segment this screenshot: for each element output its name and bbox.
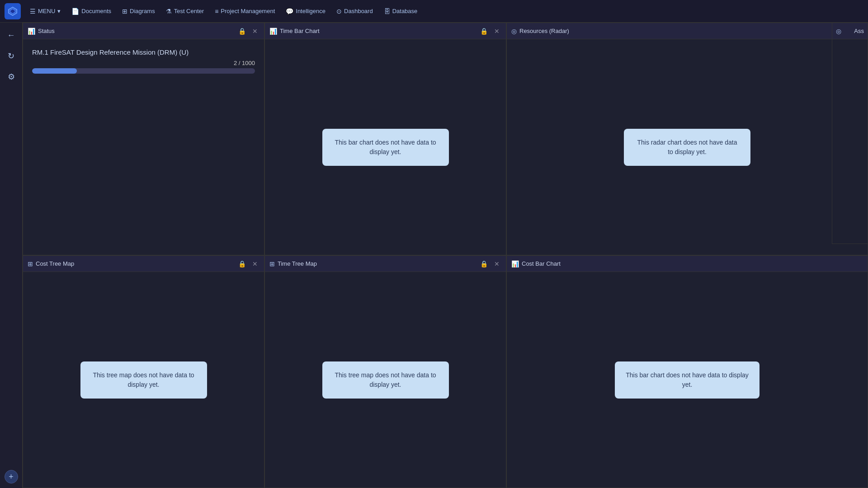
status-close-button[interactable]: ✕ <box>250 27 259 36</box>
nav-test-center[interactable]: ⚗ Test Center <box>161 5 208 17</box>
diagrams-label: Diagrams <box>130 8 155 14</box>
dashboard-label: Dashboard <box>344 8 373 14</box>
time-bar-chart-title: 📊 Time Bar Chart <box>269 28 320 35</box>
database-icon: 🗄 <box>384 8 390 15</box>
project-management-label: Project Management <box>221 8 275 14</box>
time-bar-chart-panel: 📊 Time Bar Chart 🔒 ✕ This bar chart does… <box>264 23 506 255</box>
cost-bar-chart-panel: 📊 Cost Bar Chart This bar chart does not… <box>506 255 868 488</box>
refresh-icon: ↻ <box>8 51 14 61</box>
status-progress-count: 2 / 1000 <box>234 60 255 66</box>
intelligence-label: Intelligence <box>296 8 326 14</box>
time-bar-chart-label: Time Bar Chart <box>280 28 320 34</box>
nav-project-management[interactable]: ≡ Project Management <box>210 5 279 17</box>
project-management-icon: ≡ <box>215 8 218 15</box>
status-panel-header: 📊 Status 🔒 ✕ <box>23 23 264 39</box>
resources-radar-header: ◎ Resources (Radar) 🔒 ✕ <box>507 23 868 39</box>
cost-bar-chart-icon: 📊 <box>511 260 519 267</box>
menu-icon: ☰ <box>30 8 36 15</box>
documents-label: Documents <box>81 8 111 14</box>
status-lock-button[interactable]: 🔒 <box>236 27 248 36</box>
cost-tree-map-body: This tree map does not have data to disp… <box>23 272 264 488</box>
database-label: Database <box>392 8 418 14</box>
time-tree-map-label: Time Tree Map <box>278 260 317 267</box>
time-bar-chart-lock-button[interactable]: 🔒 <box>478 27 490 36</box>
time-bar-chart-close-button[interactable]: ✕ <box>492 27 501 36</box>
status-progress-fill <box>32 68 77 74</box>
cost-tree-map-close-button[interactable]: ✕ <box>250 259 259 268</box>
time-bar-chart-empty-message: This bar chart does not have data to dis… <box>322 129 449 166</box>
cost-tree-map-empty-message: This tree map does not have data to disp… <box>80 361 207 399</box>
status-panel: 📊 Status 🔒 ✕ RM.1 FireSAT Design Referen… <box>23 23 264 255</box>
resources-radar-title: ◎ Resources (Radar) <box>511 28 569 35</box>
nav-diagrams[interactable]: ⊞ Diagrams <box>118 5 160 17</box>
time-tree-map-body: This tree map does not have data to disp… <box>265 272 506 488</box>
ass-panel-partial: ◎ Ass <box>832 23 868 244</box>
cost-tree-map-lock-button[interactable]: 🔒 <box>236 259 248 268</box>
intelligence-icon: 💬 <box>286 8 293 15</box>
add-panel-button[interactable]: + <box>5 470 18 483</box>
top-navigation: ☰ MENU ▾ 📄 Documents ⊞ Diagrams ⚗ Test C… <box>0 0 868 23</box>
cost-bar-chart-title: 📊 Cost Bar Chart <box>511 260 561 267</box>
cost-bar-chart-label: Cost Bar Chart <box>522 260 561 267</box>
svg-marker-1 <box>10 9 15 14</box>
back-icon: ← <box>7 31 15 40</box>
resources-radar-body: This radar chart does not have data to d… <box>507 39 868 255</box>
time-tree-map-controls: 🔒 ✕ <box>478 259 501 268</box>
cost-tree-map-controls: 🔒 ✕ <box>236 259 259 268</box>
time-tree-map-header: ⊞ Time Tree Map 🔒 ✕ <box>265 256 506 272</box>
test-center-label: Test Center <box>174 8 204 14</box>
status-title-label: Status <box>38 28 55 34</box>
status-progress-bar <box>32 68 255 74</box>
cost-tree-map-panel: ⊞ Cost Tree Map 🔒 ✕ This tree map does n… <box>23 255 264 488</box>
add-icon: + <box>9 472 14 482</box>
status-chart-icon: 📊 <box>28 28 35 35</box>
diagrams-icon: ⊞ <box>122 8 127 15</box>
ass-title-label: Ass <box>854 28 864 34</box>
cost-tree-map-icon: ⊞ <box>28 260 33 267</box>
time-tree-map-icon: ⊞ <box>269 260 275 267</box>
sidebar-back-button[interactable]: ← <box>3 27 19 43</box>
ass-panel-header: ◎ Ass <box>832 23 868 39</box>
nav-documents[interactable]: 📄 Documents <box>67 5 116 17</box>
cost-bar-chart-empty-message: This bar chart does not have data to dis… <box>615 361 760 399</box>
time-bar-chart-body: This bar chart does not have data to dis… <box>265 39 506 255</box>
settings-icon: ⚙ <box>8 72 15 82</box>
ass-icon: ◎ <box>836 28 841 35</box>
menu-label: MENU <box>38 8 55 14</box>
status-panel-body: RM.1 FireSAT Design Reference Mission (D… <box>23 39 264 255</box>
time-tree-map-close-button[interactable]: ✕ <box>492 259 501 268</box>
time-bar-chart-controls: 🔒 ✕ <box>478 27 501 36</box>
resources-radar-label: Resources (Radar) <box>519 28 569 34</box>
cost-bar-chart-header: 📊 Cost Bar Chart <box>507 256 868 272</box>
time-bar-chart-header: 📊 Time Bar Chart 🔒 ✕ <box>265 23 506 39</box>
cost-tree-map-title: ⊞ Cost Tree Map <box>28 260 74 267</box>
menu-button[interactable]: ☰ MENU ▾ <box>25 5 65 17</box>
cost-tree-map-header: ⊞ Cost Tree Map 🔒 ✕ <box>23 256 264 272</box>
resources-radar-empty-message: This radar chart does not have data to d… <box>624 129 750 166</box>
status-mission-title: RM.1 FireSAT Design Reference Mission (D… <box>32 48 189 56</box>
documents-icon: 📄 <box>71 8 79 15</box>
time-tree-map-panel: ⊞ Time Tree Map 🔒 ✕ This tree map does n… <box>264 255 506 488</box>
menu-chevron-icon: ▾ <box>57 8 61 14</box>
resources-radar-icon: ◎ <box>511 28 517 35</box>
cost-tree-map-label: Cost Tree Map <box>36 260 74 267</box>
status-panel-title: 📊 Status <box>28 28 55 35</box>
nav-intelligence[interactable]: 💬 Intelligence <box>281 5 330 17</box>
resources-radar-panel: ◎ Resources (Radar) 🔒 ✕ This radar chart… <box>506 23 868 255</box>
time-tree-map-empty-message: This tree map does not have data to disp… <box>322 361 449 399</box>
sidebar-refresh-button[interactable]: ↻ <box>3 48 19 64</box>
time-bar-chart-icon: 📊 <box>269 28 277 35</box>
status-panel-controls: 🔒 ✕ <box>236 27 259 36</box>
nav-database[interactable]: 🗄 Database <box>379 5 422 17</box>
sidebar-settings-button[interactable]: ⚙ <box>3 69 19 85</box>
nav-dashboard[interactable]: ⊙ Dashboard <box>332 5 377 17</box>
app-logo[interactable] <box>5 3 21 19</box>
content-area: 📊 Status 🔒 ✕ RM.1 FireSAT Design Referen… <box>23 23 868 488</box>
test-center-icon: ⚗ <box>166 8 172 15</box>
main-layout: ← ↻ ⚙ + 📊 Status 🔒 ✕ <box>0 23 868 488</box>
cost-bar-chart-body: This bar chart does not have data to dis… <box>507 272 868 488</box>
time-tree-map-lock-button[interactable]: 🔒 <box>478 259 490 268</box>
time-tree-map-title: ⊞ Time Tree Map <box>269 260 317 267</box>
dashboard-icon: ⊙ <box>336 8 342 15</box>
sidebar: ← ↻ ⚙ + <box>0 23 23 488</box>
